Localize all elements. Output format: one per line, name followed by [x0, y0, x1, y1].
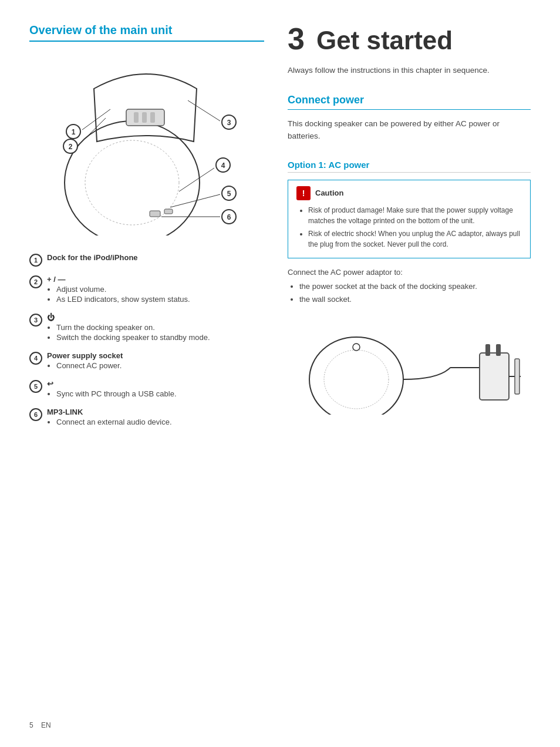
- label-title-2: + / —: [47, 275, 264, 284]
- svg-text:3: 3: [227, 119, 231, 127]
- label-bullet-5-1: Sync with PC through a USB cable.: [56, 389, 264, 398]
- label-item-4: 4 Power supply socket Connect AC power.: [29, 351, 264, 371]
- option1-title: Option 1: AC power: [288, 160, 531, 173]
- label-bullet-3-1: Turn the docking speaker on.: [56, 323, 264, 332]
- label-bullets-5: Sync with PC through a USB cable.: [56, 389, 264, 398]
- label-bullets-3: Turn the docking speaker on. Switch the …: [56, 323, 264, 342]
- chapter-number: 3: [288, 23, 305, 54]
- caution-header: ! Caution: [296, 186, 522, 200]
- label-title-1: Dock for the iPod/iPhone: [47, 253, 264, 262]
- label-bullet-4-1: Connect AC power.: [56, 361, 264, 370]
- chapter-header-row: 3 Get started: [288, 23, 531, 55]
- device-svg: 1 2 3 4 5 6: [47, 53, 247, 235]
- label-item-3: 3 ⏻ Turn the docking speaker on. Switch …: [29, 313, 264, 343]
- label-item-1: 1 Dock for the iPod/iPhone: [29, 253, 264, 267]
- label-content-5: ↩ Sync with PC through a USB cable.: [47, 379, 264, 399]
- svg-point-28: [353, 344, 360, 351]
- section-title: Overview of the main unit: [29, 23, 264, 42]
- connect-power-title: Connect power: [288, 94, 531, 110]
- label-bullet-3-2: Switch the docking speaker to standby mo…: [56, 333, 264, 342]
- svg-rect-33: [515, 359, 519, 394]
- svg-rect-4: [142, 112, 147, 123]
- svg-text:5: 5: [227, 190, 231, 198]
- label-content-1: Dock for the iPod/iPhone: [47, 253, 264, 263]
- label-bullets-6: Connect an external audio device.: [56, 418, 264, 426]
- svg-rect-7: [164, 209, 173, 214]
- svg-line-14: [188, 100, 220, 121]
- page-number: 5: [29, 721, 33, 729]
- svg-text:1: 1: [72, 128, 76, 136]
- label-bullet-6-1: Connect an external audio device.: [56, 418, 264, 426]
- right-column: 3 Get started Always follow the instruct…: [288, 23, 531, 724]
- chapter-header: 3 Get started Always follow the instruct…: [288, 23, 531, 76]
- caution-box: ! Caution Risk of product damage! Make s…: [288, 180, 531, 258]
- caution-bullet-1: Risk of product damage! Make sure that t…: [308, 205, 522, 226]
- svg-point-27: [324, 350, 389, 409]
- svg-rect-31: [496, 344, 501, 356]
- label-circle-3: 3: [29, 314, 42, 327]
- label-list: 1 Dock for the iPod/iPhone 2 + / — Adjus…: [29, 253, 264, 428]
- caution-icon: !: [296, 186, 311, 200]
- connect-ac-label: Connect the AC power adaptor to:: [288, 268, 531, 277]
- chapter-intro: Always follow the instructions in this c…: [288, 65, 531, 76]
- page-language: EN: [41, 721, 51, 729]
- left-column: Overview of the main unit: [29, 23, 264, 724]
- connect-power-desc: This docking speaker can be powered by e…: [288, 118, 531, 142]
- label-circle-2: 2: [29, 275, 42, 288]
- label-title-5: ↩: [47, 379, 264, 388]
- label-bullet-2-1: Adjust volume.: [56, 285, 264, 294]
- svg-point-26: [309, 337, 403, 415]
- label-circle-5: 5: [29, 380, 42, 393]
- label-title-4: Power supply socket: [47, 351, 264, 360]
- svg-text:4: 4: [221, 161, 225, 170]
- power-illustration: [288, 318, 531, 418]
- label-title-6: MP3-LINK: [47, 408, 264, 416]
- label-bullets-4: Connect AC power.: [56, 361, 264, 370]
- label-content-6: MP3-LINK Connect an external audio devic…: [47, 408, 264, 428]
- caution-bullet-2: Risk of electric shock! When you unplug …: [308, 228, 522, 250]
- svg-rect-5: [150, 112, 155, 123]
- svg-rect-6: [150, 211, 160, 217]
- label-item-6: 6 MP3-LINK Connect an external audio dev…: [29, 408, 264, 428]
- connect-ac-bullet-1: the power socket at the back of the dock…: [299, 280, 531, 293]
- connect-ac-bullet-2: the wall socket.: [299, 293, 531, 306]
- svg-rect-30: [485, 344, 490, 356]
- label-content-2: + / — Adjust volume. As LED indicators, …: [47, 275, 264, 305]
- svg-line-17: [179, 168, 214, 191]
- label-circle-1: 1: [29, 254, 42, 267]
- page-container: Overview of the main unit: [0, 0, 560, 747]
- chapter-title: Get started: [316, 26, 453, 55]
- label-circle-4: 4: [29, 352, 42, 365]
- label-content-4: Power supply socket Connect AC power.: [47, 351, 264, 371]
- label-content-3: ⏻ Turn the docking speaker on. Switch th…: [47, 313, 264, 343]
- svg-rect-3: [134, 112, 139, 123]
- label-title-3: ⏻: [47, 313, 264, 322]
- page-footer: 5 EN: [29, 721, 51, 729]
- label-bullet-2-2: As LED indicators, show system status.: [56, 295, 264, 304]
- caution-label: Caution: [315, 189, 343, 197]
- connect-ac-bullets: the power socket at the back of the dock…: [299, 280, 531, 306]
- svg-text:6: 6: [227, 213, 231, 221]
- label-circle-6: 6: [29, 408, 42, 421]
- label-item-2: 2 + / — Adjust volume. As LED indicators…: [29, 275, 264, 305]
- label-bullets-2: Adjust volume. As LED indicators, show s…: [56, 285, 264, 304]
- svg-text:2: 2: [69, 143, 73, 151]
- label-item-5: 5 ↩ Sync with PC through a USB cable.: [29, 379, 264, 399]
- power-svg: [298, 321, 521, 415]
- svg-rect-29: [480, 353, 509, 400]
- device-illustration: 1 2 3 4 5 6: [47, 53, 247, 235]
- caution-bullets: Risk of product damage! Make sure that t…: [308, 205, 522, 250]
